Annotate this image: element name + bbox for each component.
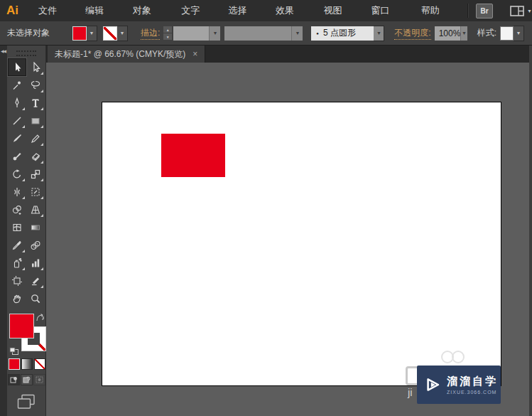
line-icon <box>11 115 23 127</box>
none-button[interactable] <box>34 358 45 370</box>
screen-mode-button[interactable] <box>17 394 36 410</box>
brush-definition-value: 5 点圆形 <box>323 27 356 39</box>
fill-color-dropdown[interactable]: ▼ <box>87 26 97 41</box>
draw-inside-button[interactable] <box>33 374 45 385</box>
mesh-tool[interactable] <box>8 218 26 236</box>
brush-dot-icon: ● <box>316 31 319 36</box>
canvas-area[interactable]: ji 溜溜自学 zixue.3066.com <box>46 63 532 416</box>
stroke-weight-stepper[interactable]: ▲ ▼ <box>163 26 172 40</box>
fill-swatch[interactable] <box>9 314 34 338</box>
slice-tool[interactable] <box>26 272 45 289</box>
eyedropper-tool[interactable] <box>8 236 26 254</box>
menu-type[interactable]: 文字(T) <box>173 0 219 21</box>
chevron-down-icon: ▼ <box>212 31 217 36</box>
stepper-up-icon[interactable]: ▲ <box>163 26 172 33</box>
right-dock-strip <box>529 46 532 416</box>
brush-definition-select[interactable]: ● 5 点圆形 <box>311 26 374 41</box>
pen-tool[interactable] <box>8 94 26 112</box>
menu-edit[interactable]: 编辑(E) <box>77 0 124 21</box>
pencil-tool[interactable] <box>26 129 45 147</box>
bridge-icon[interactable]: Br <box>476 4 493 18</box>
line-segment-tool[interactable] <box>8 112 26 129</box>
scale-icon <box>30 169 41 180</box>
stroke-panel-link[interactable]: 描边: <box>141 27 160 40</box>
default-fill-stroke-icon[interactable] <box>9 347 19 356</box>
menu-view[interactable]: 视图(V) <box>315 0 363 21</box>
menu-help[interactable]: 帮助(H) <box>413 0 461 21</box>
hand-icon <box>11 293 23 304</box>
scale-tool[interactable] <box>26 165 45 183</box>
width-profile-select[interactable]: ▼ <box>224 26 303 41</box>
width-tool-icon <box>11 186 23 198</box>
rotate-icon <box>11 169 23 180</box>
panel-grip[interactable] <box>16 50 36 56</box>
collapse-panels-icon[interactable]: ◀◀ <box>1 48 6 53</box>
perspective-grid-icon <box>30 204 41 215</box>
shape-builder-tool[interactable] <box>8 201 26 218</box>
eraser-icon <box>30 151 41 162</box>
paintbrush-tool[interactable] <box>8 129 26 147</box>
chevron-down-icon: ▼ <box>527 9 532 14</box>
selection-tool[interactable] <box>8 58 26 76</box>
paintbrush-icon <box>11 133 23 144</box>
selection-arrow-icon <box>11 62 23 73</box>
artboard[interactable] <box>102 102 501 386</box>
menu-object[interactable]: 对象(O) <box>124 0 173 21</box>
close-tab-icon[interactable]: × <box>192 49 197 59</box>
opacity-value: 100% <box>439 28 461 38</box>
pencil-icon <box>30 133 41 144</box>
menu-effect[interactable]: 效果(C) <box>267 0 315 21</box>
column-graph-tool[interactable] <box>26 254 45 272</box>
draw-behind-button[interactable] <box>21 374 33 385</box>
shape-builder-icon <box>11 204 23 215</box>
color-button[interactable] <box>9 358 20 370</box>
opacity-panel-link[interactable]: 不透明度: <box>394 27 430 40</box>
eraser-tool[interactable] <box>26 147 45 165</box>
workspace-switcher[interactable]: ▼ <box>510 6 532 16</box>
mesh-icon <box>11 222 23 233</box>
opacity-select[interactable]: 100% ▼ <box>435 26 467 41</box>
perspective-grid-tool[interactable] <box>26 201 45 218</box>
document-tab[interactable]: 未标题-1* @ 66.67% (CMYK/预览) × <box>48 46 205 63</box>
width-tool[interactable] <box>8 183 26 201</box>
direct-selection-tool[interactable] <box>26 58 45 76</box>
swap-fill-stroke-icon[interactable] <box>36 314 45 323</box>
panel-dock-strip: ◀◀ <box>0 46 7 416</box>
symbol-sprayer-tool[interactable] <box>8 254 26 272</box>
red-rectangle[interactable] <box>161 134 225 177</box>
watermark-badge: 溜溜自学 zixue.3066.com <box>417 366 501 404</box>
draw-normal-icon <box>10 376 18 383</box>
zoom-tool[interactable] <box>26 289 45 307</box>
graphic-style-swatch[interactable] <box>500 26 514 41</box>
color-mode-row <box>7 358 46 370</box>
blob-brush-tool[interactable] <box>8 147 26 165</box>
stepper-down-icon[interactable]: ▼ <box>163 33 172 40</box>
hand-tool[interactable] <box>8 289 26 307</box>
free-transform-icon <box>30 186 41 198</box>
menu-file[interactable]: 文件(F) <box>30 0 77 21</box>
chevron-down-icon: ▼ <box>462 31 467 36</box>
rectangle-tool[interactable] <box>26 112 45 129</box>
fill-color-swatch[interactable] <box>72 26 87 41</box>
blend-tool[interactable] <box>26 236 45 254</box>
draw-behind-icon <box>23 376 31 383</box>
stroke-weight-select[interactable]: ▼ <box>173 26 220 41</box>
lasso-tool[interactable] <box>26 76 45 94</box>
menu-window[interactable]: 窗口(W) <box>362 0 412 21</box>
magic-wand-tool[interactable] <box>8 76 26 94</box>
graphic-style-dropdown[interactable]: ▼ <box>514 26 524 41</box>
column-graph-icon <box>30 257 41 269</box>
gradient-button[interactable] <box>21 358 33 370</box>
artboard-tool[interactable] <box>8 272 26 289</box>
symbol-sprayer-icon <box>11 257 23 269</box>
app-logo: Ai <box>6 4 18 18</box>
type-tool[interactable] <box>26 94 45 112</box>
stroke-color-dropdown[interactable]: ▼ <box>117 26 128 41</box>
brush-definition-dropdown[interactable]: ▼ <box>374 26 384 41</box>
gradient-tool[interactable] <box>26 218 45 236</box>
free-transform-tool[interactable] <box>26 183 45 201</box>
menu-select[interactable]: 选择(S) <box>219 0 267 21</box>
draw-normal-button[interactable] <box>8 374 20 385</box>
rotate-tool[interactable] <box>8 165 26 183</box>
stroke-color-swatch[interactable] <box>103 26 117 41</box>
